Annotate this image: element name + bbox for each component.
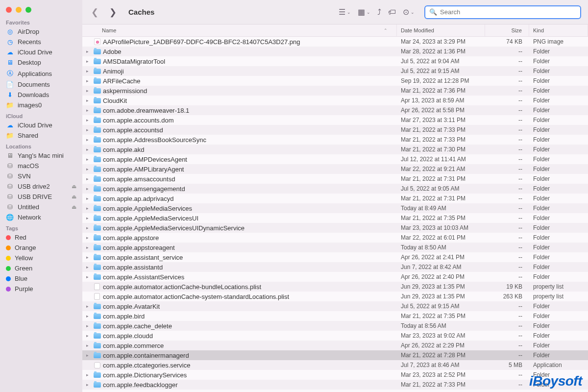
column-date[interactable]: Date Modified bbox=[397, 24, 485, 36]
file-row[interactable]: ▸com.apple.commerceApr 26, 2022 at 2:29 … bbox=[82, 341, 588, 350]
file-row[interactable]: ▸com.apple.AssistantServicesApr 26, 2022… bbox=[82, 272, 588, 282]
sidebar-item[interactable]: 📄Documents bbox=[0, 79, 82, 90]
disclosure-icon[interactable]: ▸ bbox=[86, 108, 91, 113]
file-row[interactable]: ▸com.apple.containermanagerdMar 21, 2022… bbox=[82, 350, 588, 360]
disclosure-icon[interactable]: ▸ bbox=[86, 157, 91, 162]
back-button[interactable]: ❮ bbox=[89, 7, 100, 18]
column-kind[interactable]: Kind bbox=[529, 24, 588, 36]
disclosure-icon[interactable]: ▸ bbox=[86, 137, 91, 142]
search-input[interactable] bbox=[440, 8, 576, 16]
sidebar-item[interactable]: 🖥Yang's Mac mini bbox=[0, 150, 82, 161]
file-row[interactable]: ▸com.apple.DictionaryServicesMar 23, 202… bbox=[82, 370, 588, 380]
file-row[interactable]: ▸AdobeMar 28, 2022 at 1:36 PM--Folder bbox=[82, 47, 588, 56]
file-row[interactable]: ▸com.apple.birdMar 21, 2022 at 7:35 PM--… bbox=[82, 311, 588, 321]
close-window-button[interactable] bbox=[6, 7, 12, 13]
sidebar-item[interactable]: 🌐Network bbox=[0, 212, 82, 222]
file-row[interactable]: ▸com.apple.accountsdMar 21, 2022 at 7:33… bbox=[82, 125, 588, 135]
file-row[interactable]: ▸com.apple.AvatarKitJul 5, 2022 at 9:15 … bbox=[82, 301, 588, 311]
sidebar-item[interactable]: ◎AirDrop bbox=[0, 26, 82, 37]
disclosure-icon[interactable]: ▸ bbox=[86, 353, 91, 358]
file-row[interactable]: ▸com.apple.AppleMediaServicesUIMar 21, 2… bbox=[82, 213, 588, 223]
disclosure-icon[interactable]: ▸ bbox=[86, 147, 91, 152]
file-row[interactable]: ▸CloudKitApr 13, 2023 at 8:59 AM--Folder bbox=[82, 96, 588, 105]
view-list-button[interactable]: ☰ ⌄ bbox=[339, 7, 351, 17]
eject-icon[interactable]: ⏏ bbox=[72, 194, 76, 200]
file-row[interactable]: ▸AMSDataMigratorToolJul 5, 2022 at 9:04 … bbox=[82, 56, 588, 66]
file-row[interactable]: ▸com.adobe.dreamweaver-18.1Apr 26, 2022 … bbox=[82, 105, 588, 115]
disclosure-icon[interactable]: ▸ bbox=[86, 245, 91, 250]
file-row[interactable]: ▸com.apple.cache_deleteToday at 8:56 AM-… bbox=[82, 321, 588, 331]
sidebar-item[interactable]: Red bbox=[0, 232, 82, 243]
sidebar-item[interactable]: ⛁USB drive2⏏ bbox=[0, 181, 82, 192]
sidebar-item[interactable]: Purple bbox=[0, 284, 82, 294]
tags-button[interactable]: 🏷 bbox=[388, 8, 396, 17]
column-name[interactable]: Name⌃ bbox=[82, 24, 397, 36]
sidebar-item[interactable]: Orange bbox=[0, 243, 82, 253]
share-button[interactable]: ⤴ bbox=[377, 8, 381, 17]
file-row[interactable]: ▸com.apple.appstoreMar 22, 2022 at 6:01 … bbox=[82, 233, 588, 243]
disclosure-icon[interactable]: ▸ bbox=[86, 265, 91, 270]
file-row[interactable]: ▸ARFileCacheSep 19, 2022 at 12:28 PM--Fo… bbox=[82, 76, 588, 86]
eject-icon[interactable]: ⏏ bbox=[72, 183, 76, 190]
sidebar-item[interactable]: ◷Recents bbox=[0, 37, 82, 47]
disclosure-icon[interactable]: ▸ bbox=[86, 333, 91, 338]
file-row[interactable]: ▸com.apple.assistant_serviceApr 26, 2022… bbox=[82, 252, 588, 262]
file-row[interactable]: ▸com.apple.automator.actionCache-system-… bbox=[82, 292, 588, 301]
column-size[interactable]: Size bbox=[485, 24, 529, 36]
disclosure-icon[interactable]: ▸ bbox=[86, 167, 91, 172]
disclosure-icon[interactable]: ▸ bbox=[86, 382, 91, 387]
sidebar-item[interactable]: ⛁Untitled⏏ bbox=[0, 202, 82, 212]
file-row[interactable]: ▸com.apple.AppleMediaServicesUIDynamicSe… bbox=[82, 223, 588, 233]
disclosure-icon[interactable]: ▸ bbox=[86, 127, 91, 132]
more-button[interactable]: ⊙ ⌄ bbox=[403, 7, 415, 17]
disclosure-icon[interactable]: ▸ bbox=[86, 304, 91, 309]
file-row[interactable]: ▸com.apple.AddressBookSourceSyncMar 21, … bbox=[82, 135, 588, 145]
file-row[interactable]: ▸com.apple.clouddMar 23, 2023 at 9:02 AM… bbox=[82, 331, 588, 341]
disclosure-icon[interactable]: ▸ bbox=[86, 98, 91, 103]
disclosure-icon[interactable]: ▸ bbox=[86, 59, 91, 64]
group-button[interactable]: ▦ ⌄ bbox=[358, 7, 370, 17]
file-row[interactable]: ▸AnimojiJul 5, 2022 at 9:15 AM--Folder bbox=[82, 66, 588, 76]
sidebar-item[interactable]: 📁Shared bbox=[0, 130, 82, 141]
file-row[interactable]: ▸com.apple.appstoreagentToday at 8:50 AM… bbox=[82, 243, 588, 252]
disclosure-icon[interactable]: ▸ bbox=[86, 196, 91, 201]
file-row[interactable]: ▸com.apple.ap.adprivacydMar 21, 2022 at … bbox=[82, 194, 588, 203]
disclosure-icon[interactable]: ▸ bbox=[86, 176, 91, 181]
file-row[interactable]: ▸com.apple.assistantdJun 7, 2022 at 8:42… bbox=[82, 262, 588, 272]
disclosure-icon[interactable]: ▸ bbox=[86, 216, 91, 220]
file-row[interactable]: ▸askpermissiondMar 21, 2022 at 7:36 PM--… bbox=[82, 86, 588, 96]
disclosure-icon[interactable]: ▸ bbox=[86, 235, 91, 240]
file-row[interactable]: ▸com.apple.feedbackloggerMar 21, 2022 at… bbox=[82, 380, 588, 390]
disclosure-icon[interactable]: ▸ bbox=[86, 118, 91, 122]
sidebar-item[interactable]: Blue bbox=[0, 273, 82, 284]
sidebar-item[interactable]: ☁iCloud Drive bbox=[0, 120, 82, 130]
disclosure-icon[interactable]: ▸ bbox=[86, 69, 91, 74]
sidebar-item[interactable]: ⛁macOS bbox=[0, 161, 82, 171]
file-row[interactable]: ▸com.apple.automator.actionCache-bundleL… bbox=[82, 282, 588, 292]
disclosure-icon[interactable]: ▸ bbox=[86, 186, 91, 191]
disclosure-icon[interactable]: ▸ bbox=[86, 225, 91, 230]
file-row[interactable]: ▸AAProfilePicture_1ADBF697-DDFC-49CB-BFC… bbox=[82, 37, 588, 47]
disclosure-icon[interactable]: ▸ bbox=[86, 255, 91, 260]
file-row[interactable]: ▸com.apple.amsengagementdJul 5, 2022 at … bbox=[82, 184, 588, 194]
fullscreen-window-button[interactable] bbox=[25, 7, 31, 13]
sidebar-item[interactable]: ⛁SVN bbox=[0, 171, 82, 181]
disclosure-icon[interactable]: ▸ bbox=[86, 49, 91, 54]
sidebar-item[interactable]: ⛁USB DRIVE⏏ bbox=[0, 192, 82, 202]
sidebar-item[interactable]: 📁images0 bbox=[0, 100, 82, 110]
disclosure-icon[interactable]: ▸ bbox=[86, 88, 91, 93]
disclosure-icon[interactable]: ▸ bbox=[86, 78, 91, 83]
file-row[interactable]: ▸com.apple.AMPLibraryAgentMar 22, 2022 a… bbox=[82, 164, 588, 174]
disclosure-icon[interactable]: ▸ bbox=[86, 314, 91, 318]
eject-icon[interactable]: ⏏ bbox=[72, 204, 76, 210]
disclosure-icon[interactable]: ▸ bbox=[86, 343, 91, 348]
file-row[interactable]: ▸com.apple.accounts.domMar 27, 2023 at 3… bbox=[82, 115, 588, 125]
sidebar-item[interactable]: ⬇Downloads bbox=[0, 90, 82, 100]
file-row[interactable]: ▸com.apple.akdMar 21, 2022 at 7:30 PM--F… bbox=[82, 145, 588, 154]
search-field[interactable]: 🔍 bbox=[424, 5, 581, 19]
file-row[interactable]: ▸com.apple.AMPDevicesAgentJul 12, 2022 a… bbox=[82, 154, 588, 164]
sidebar-item[interactable]: Green bbox=[0, 263, 82, 273]
disclosure-icon[interactable]: ▸ bbox=[86, 274, 91, 279]
file-row[interactable]: ▸com.apple.amsaccountsdMar 21, 2022 at 7… bbox=[82, 174, 588, 184]
disclosure-icon[interactable]: ▸ bbox=[86, 206, 91, 211]
